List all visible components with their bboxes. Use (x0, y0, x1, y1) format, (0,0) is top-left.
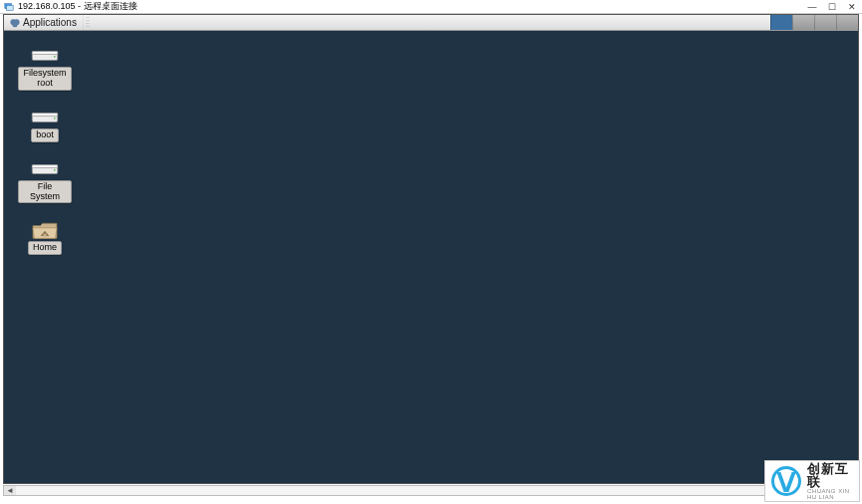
applications-menu[interactable]: Applications (4, 15, 84, 30)
svg-rect-14 (44, 234, 47, 237)
window-controls: — ☐ ✕ (802, 0, 862, 14)
workspace-1[interactable] (770, 15, 792, 30)
remote-desktop-frame: Applications (0, 14, 862, 504)
workspace-3[interactable] (814, 15, 836, 30)
workspace-4[interactable] (836, 15, 858, 30)
panel-grip (86, 17, 90, 29)
panel-tray (770, 15, 858, 30)
applications-menu-icon (10, 18, 20, 28)
watermark-text-cn: 创新互联 (807, 462, 853, 488)
window-title: 192.168.0.105 - 远程桌面连接 (18, 0, 138, 13)
watermark-logo-icon (771, 466, 801, 496)
workspace-2[interactable] (792, 15, 814, 30)
desktop-icon-label: boot (31, 128, 59, 142)
watermark-text-en: CHUANG XIN HU LIAN (807, 488, 853, 500)
svg-rect-6 (32, 52, 58, 55)
svg-rect-1 (7, 5, 14, 10)
home-folder-icon (28, 221, 62, 239)
desktop-icon-home[interactable]: Home (18, 221, 72, 255)
drive-icon (28, 160, 62, 178)
svg-point-10 (54, 118, 56, 120)
svg-point-7 (54, 56, 56, 58)
desktop-icons-container: Filesystem root boot (18, 47, 72, 255)
desktop-icon-filesystem-root[interactable]: Filesystem root (18, 47, 72, 91)
watermark-badge: 创新互联 CHUANG XIN HU LIAN (764, 460, 860, 502)
rdp-icon (4, 2, 14, 12)
svg-rect-12 (32, 164, 58, 167)
remote-desktop-canvas: Applications (3, 14, 859, 484)
minimize-button[interactable]: — (802, 0, 822, 14)
drive-icon (28, 47, 62, 65)
desktop-icon-label: File System (18, 180, 72, 204)
desktop-icon-file-system[interactable]: File System (18, 160, 72, 204)
xfce-panel: Applications (4, 15, 858, 31)
scroll-track[interactable] (16, 486, 846, 495)
desktop-icon-label: Home (28, 241, 62, 255)
svg-point-13 (54, 169, 56, 171)
desktop-area[interactable]: Filesystem root boot (4, 31, 858, 483)
desktop-icon-label: Filesystem root (18, 67, 71, 91)
window-titlebar: 192.168.0.105 - 远程桌面连接 — ☐ ✕ (0, 0, 862, 14)
applications-menu-label: Applications (23, 17, 77, 28)
svg-rect-4 (13, 23, 18, 27)
svg-rect-9 (32, 113, 58, 116)
maximize-button[interactable]: ☐ (822, 0, 842, 14)
desktop-icon-boot[interactable]: boot (18, 109, 72, 142)
drive-icon (28, 109, 62, 126)
close-button[interactable]: ✕ (842, 0, 862, 14)
scroll-left-arrow[interactable]: ◄ (4, 486, 16, 495)
horizontal-scrollbar[interactable]: ◄ ► (3, 485, 859, 496)
